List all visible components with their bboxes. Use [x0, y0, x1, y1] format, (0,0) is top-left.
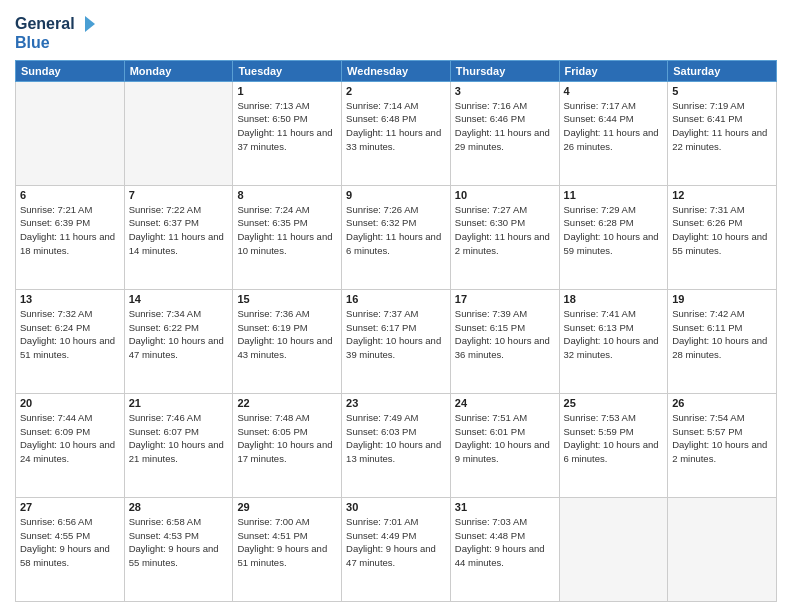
- day-number: 7: [129, 189, 229, 201]
- sunrise: Sunrise: 7:51 AM: [455, 412, 527, 423]
- day-cell: 4 Sunrise: 7:17 AM Sunset: 6:44 PM Dayli…: [559, 81, 668, 185]
- week-row-3: 20 Sunrise: 7:44 AM Sunset: 6:09 PM Dayl…: [16, 393, 777, 497]
- sun-info: Sunrise: 7:03 AM Sunset: 4:48 PM Dayligh…: [455, 515, 555, 570]
- sun-info: Sunrise: 7:31 AM Sunset: 6:26 PM Dayligh…: [672, 203, 772, 258]
- day-number: 27: [20, 501, 120, 513]
- day-cell: 3 Sunrise: 7:16 AM Sunset: 6:46 PM Dayli…: [450, 81, 559, 185]
- week-row-1: 6 Sunrise: 7:21 AM Sunset: 6:39 PM Dayli…: [16, 185, 777, 289]
- day-cell: [16, 81, 125, 185]
- sun-info: Sunrise: 7:53 AM Sunset: 5:59 PM Dayligh…: [564, 411, 664, 466]
- day-cell: [559, 497, 668, 601]
- day-cell: 19 Sunrise: 7:42 AM Sunset: 6:11 PM Dayl…: [668, 289, 777, 393]
- day-cell: 15 Sunrise: 7:36 AM Sunset: 6:19 PM Dayl…: [233, 289, 342, 393]
- sunset: Sunset: 6:32 PM: [346, 217, 416, 228]
- sunset: Sunset: 6:11 PM: [672, 322, 742, 333]
- daylight: Daylight: 9 hours and 47 minutes.: [346, 543, 436, 568]
- sun-info: Sunrise: 7:37 AM Sunset: 6:17 PM Dayligh…: [346, 307, 446, 362]
- sunrise: Sunrise: 7:29 AM: [564, 204, 636, 215]
- sunset: Sunset: 6:15 PM: [455, 322, 525, 333]
- sun-info: Sunrise: 7:22 AM Sunset: 6:37 PM Dayligh…: [129, 203, 229, 258]
- daylight: Daylight: 9 hours and 58 minutes.: [20, 543, 110, 568]
- day-number: 11: [564, 189, 664, 201]
- day-number: 17: [455, 293, 555, 305]
- sunrise: Sunrise: 7:16 AM: [455, 100, 527, 111]
- day-cell: 27 Sunrise: 6:56 AM Sunset: 4:55 PM Dayl…: [16, 497, 125, 601]
- sunrise: Sunrise: 7:48 AM: [237, 412, 309, 423]
- daylight: Daylight: 11 hours and 10 minutes.: [237, 231, 332, 256]
- day-number: 13: [20, 293, 120, 305]
- day-number: 15: [237, 293, 337, 305]
- day-number: 28: [129, 501, 229, 513]
- sunrise: Sunrise: 7:19 AM: [672, 100, 744, 111]
- day-cell: 30 Sunrise: 7:01 AM Sunset: 4:49 PM Dayl…: [342, 497, 451, 601]
- sun-info: Sunrise: 7:51 AM Sunset: 6:01 PM Dayligh…: [455, 411, 555, 466]
- sunrise: Sunrise: 7:13 AM: [237, 100, 309, 111]
- sunrise: Sunrise: 7:26 AM: [346, 204, 418, 215]
- day-cell: 12 Sunrise: 7:31 AM Sunset: 6:26 PM Dayl…: [668, 185, 777, 289]
- day-number: 16: [346, 293, 446, 305]
- sunset: Sunset: 6:26 PM: [672, 217, 742, 228]
- sun-info: Sunrise: 7:27 AM Sunset: 6:30 PM Dayligh…: [455, 203, 555, 258]
- sunrise: Sunrise: 7:01 AM: [346, 516, 418, 527]
- svg-marker-0: [85, 16, 95, 32]
- daylight: Daylight: 10 hours and 39 minutes.: [346, 335, 441, 360]
- day-cell: 11 Sunrise: 7:29 AM Sunset: 6:28 PM Dayl…: [559, 185, 668, 289]
- weekday-header-row: SundayMondayTuesdayWednesdayThursdayFrid…: [16, 60, 777, 81]
- daylight: Daylight: 11 hours and 26 minutes.: [564, 127, 659, 152]
- daylight: Daylight: 9 hours and 44 minutes.: [455, 543, 545, 568]
- daylight: Daylight: 10 hours and 32 minutes.: [564, 335, 659, 360]
- day-number: 4: [564, 85, 664, 97]
- sun-info: Sunrise: 7:34 AM Sunset: 6:22 PM Dayligh…: [129, 307, 229, 362]
- sunrise: Sunrise: 7:46 AM: [129, 412, 201, 423]
- week-row-0: 1 Sunrise: 7:13 AM Sunset: 6:50 PM Dayli…: [16, 81, 777, 185]
- sunset: Sunset: 4:48 PM: [455, 530, 525, 541]
- day-cell: 8 Sunrise: 7:24 AM Sunset: 6:35 PM Dayli…: [233, 185, 342, 289]
- sunrise: Sunrise: 7:34 AM: [129, 308, 201, 319]
- day-number: 12: [672, 189, 772, 201]
- day-cell: 18 Sunrise: 7:41 AM Sunset: 6:13 PM Dayl…: [559, 289, 668, 393]
- sun-info: Sunrise: 7:32 AM Sunset: 6:24 PM Dayligh…: [20, 307, 120, 362]
- day-cell: 5 Sunrise: 7:19 AM Sunset: 6:41 PM Dayli…: [668, 81, 777, 185]
- day-cell: 14 Sunrise: 7:34 AM Sunset: 6:22 PM Dayl…: [124, 289, 233, 393]
- sunrise: Sunrise: 7:54 AM: [672, 412, 744, 423]
- sunrise: Sunrise: 7:24 AM: [237, 204, 309, 215]
- sun-info: Sunrise: 7:01 AM Sunset: 4:49 PM Dayligh…: [346, 515, 446, 570]
- day-cell: 13 Sunrise: 7:32 AM Sunset: 6:24 PM Dayl…: [16, 289, 125, 393]
- sunrise: Sunrise: 7:41 AM: [564, 308, 636, 319]
- sunset: Sunset: 4:49 PM: [346, 530, 416, 541]
- sun-info: Sunrise: 7:42 AM Sunset: 6:11 PM Dayligh…: [672, 307, 772, 362]
- day-cell: 24 Sunrise: 7:51 AM Sunset: 6:01 PM Dayl…: [450, 393, 559, 497]
- sunrise: Sunrise: 7:32 AM: [20, 308, 92, 319]
- sun-info: Sunrise: 7:17 AM Sunset: 6:44 PM Dayligh…: [564, 99, 664, 154]
- daylight: Daylight: 11 hours and 33 minutes.: [346, 127, 441, 152]
- day-number: 23: [346, 397, 446, 409]
- day-number: 8: [237, 189, 337, 201]
- sunrise: Sunrise: 7:31 AM: [672, 204, 744, 215]
- day-cell: 1 Sunrise: 7:13 AM Sunset: 6:50 PM Dayli…: [233, 81, 342, 185]
- day-number: 24: [455, 397, 555, 409]
- daylight: Daylight: 10 hours and 36 minutes.: [455, 335, 550, 360]
- daylight: Daylight: 10 hours and 21 minutes.: [129, 439, 224, 464]
- sunrise: Sunrise: 6:58 AM: [129, 516, 201, 527]
- sunset: Sunset: 6:05 PM: [237, 426, 307, 437]
- daylight: Daylight: 10 hours and 13 minutes.: [346, 439, 441, 464]
- day-number: 31: [455, 501, 555, 513]
- sunset: Sunset: 6:44 PM: [564, 113, 634, 124]
- week-row-4: 27 Sunrise: 6:56 AM Sunset: 4:55 PM Dayl…: [16, 497, 777, 601]
- day-cell: 6 Sunrise: 7:21 AM Sunset: 6:39 PM Dayli…: [16, 185, 125, 289]
- sun-info: Sunrise: 7:29 AM Sunset: 6:28 PM Dayligh…: [564, 203, 664, 258]
- sunset: Sunset: 6:48 PM: [346, 113, 416, 124]
- daylight: Daylight: 10 hours and 24 minutes.: [20, 439, 115, 464]
- sunrise: Sunrise: 7:53 AM: [564, 412, 636, 423]
- day-cell: 31 Sunrise: 7:03 AM Sunset: 4:48 PM Dayl…: [450, 497, 559, 601]
- day-number: 18: [564, 293, 664, 305]
- sun-info: Sunrise: 7:41 AM Sunset: 6:13 PM Dayligh…: [564, 307, 664, 362]
- daylight: Daylight: 9 hours and 55 minutes.: [129, 543, 219, 568]
- logo-text: General Blue: [15, 14, 97, 52]
- sunset: Sunset: 5:59 PM: [564, 426, 634, 437]
- sunset: Sunset: 6:28 PM: [564, 217, 634, 228]
- weekday-header-thursday: Thursday: [450, 60, 559, 81]
- weekday-header-sunday: Sunday: [16, 60, 125, 81]
- sun-info: Sunrise: 7:44 AM Sunset: 6:09 PM Dayligh…: [20, 411, 120, 466]
- weekday-header-monday: Monday: [124, 60, 233, 81]
